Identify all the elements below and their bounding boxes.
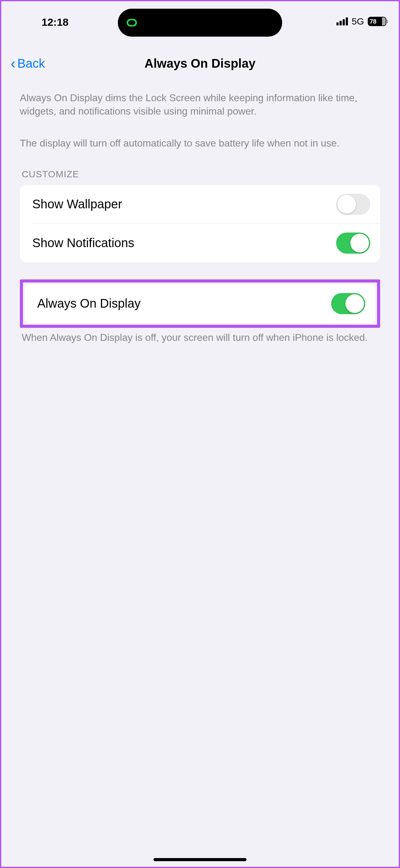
cellular-signal-icon: [336, 18, 348, 26]
show-wallpaper-label: Show Wallpaper: [32, 197, 122, 211]
always-on-display-label: Always On Display: [37, 297, 140, 310]
status-bar: 12:18 5G 78: [1, 1, 399, 45]
highlighted-annotation: Always On Display: [20, 279, 380, 328]
network-label: 5G: [352, 16, 364, 27]
show-notifications-label: Show Notifications: [32, 236, 134, 250]
footer-description: When Always On Display is off, your scre…: [20, 331, 380, 344]
back-label: Back: [18, 57, 45, 70]
battery-icon: 78: [368, 17, 386, 26]
chevron-left-icon: ‹: [10, 56, 15, 71]
always-on-display-row: Always On Display: [25, 284, 375, 323]
battery-percent: 78: [370, 18, 376, 25]
description-paragraph-2: The display will turn off automatically …: [20, 136, 380, 150]
home-indicator[interactable]: [154, 858, 246, 861]
always-on-display-toggle[interactable]: [331, 293, 365, 314]
link-icon: [124, 15, 139, 30]
navigation-bar: ‹ Back Always On Display: [1, 48, 399, 79]
page-title: Always On Display: [1, 57, 399, 70]
dynamic-island[interactable]: [118, 9, 282, 37]
customize-section-header: CUSTOMIZE: [20, 169, 380, 180]
show-wallpaper-row: Show Wallpaper: [20, 185, 380, 223]
show-notifications-row: Show Notifications: [32, 223, 380, 262]
status-time: 12:18: [41, 16, 69, 28]
show-wallpaper-toggle[interactable]: [336, 194, 370, 215]
back-button[interactable]: ‹ Back: [10, 56, 45, 71]
status-right: 5G 78: [336, 16, 386, 27]
customize-settings-group: Show Wallpaper Show Notifications: [20, 185, 380, 262]
show-notifications-toggle[interactable]: [336, 232, 370, 254]
always-on-display-group: Always On Display: [25, 284, 375, 323]
description-paragraph-1: Always On Display dims the Lock Screen w…: [20, 91, 380, 118]
